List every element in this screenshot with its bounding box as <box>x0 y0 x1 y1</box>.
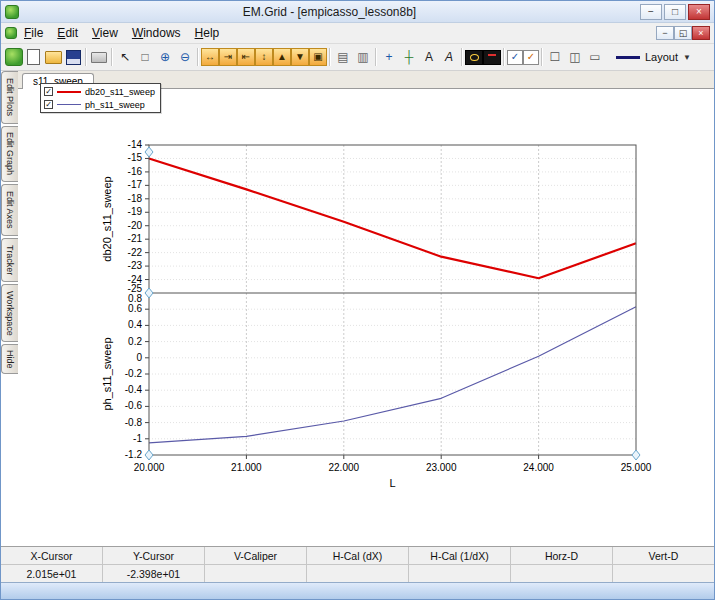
text-tool-icon[interactable]: A <box>419 47 439 68</box>
y-cursor-handle-mid[interactable] <box>145 288 153 298</box>
y-axis-title: db20_s11_sweep <box>101 176 113 261</box>
frame-option-icon-1[interactable]: ☐ <box>545 47 565 68</box>
child-minimize-button[interactable]: − <box>656 26 674 40</box>
y-cursor-handle-top[interactable] <box>145 147 153 157</box>
snapshot-dark-icon[interactable] <box>465 50 483 65</box>
child-close-button[interactable]: × <box>692 26 710 40</box>
snapshot-color-icon[interactable] <box>483 50 501 65</box>
toolbar-separator-6 <box>461 48 463 66</box>
legend-checkbox[interactable]: ✓ <box>44 87 53 96</box>
legend-item-db20-s11-sweep[interactable]: ✓ db20_s11_sweep <box>42 85 159 98</box>
sidebar-tab-edit-plots[interactable]: Edit Plots <box>1 71 18 124</box>
side-tab-column: Edit Plots Edit Graph Edit Axes Tracker … <box>1 71 18 546</box>
minimize-button[interactable]: − <box>640 4 662 20</box>
sidebar-tab-workspace[interactable]: Workspace <box>1 284 18 342</box>
axes-tool-icon[interactable]: ┼ <box>399 47 419 68</box>
legend-label: db20_s11_sweep <box>85 87 155 97</box>
x-cursor-handle-left[interactable] <box>145 450 153 460</box>
values-toggle-icon[interactable]: ✓ <box>523 50 539 65</box>
y-tick-label: -0.2 <box>125 368 143 379</box>
frame-option-icon-2[interactable]: ◫ <box>565 47 585 68</box>
layout-dropdown[interactable]: Layout ▼ <box>609 49 698 65</box>
maximize-button[interactable]: □ <box>664 4 686 20</box>
fit-height-icon[interactable]: ↕ <box>255 48 273 66</box>
layout-label: Layout <box>645 51 678 63</box>
expand-y-icon[interactable]: ▲ <box>273 48 291 66</box>
open-file-icon[interactable] <box>43 47 63 68</box>
toolbar: ↖□⊕⊖↔⇥⇤↕▲▼▣▤▥+┼AA✓✓☐◫▭ Layout ▼ <box>1 44 714 71</box>
zoom-out-icon[interactable]: ⊖ <box>175 47 195 68</box>
y-axis-title: ph_s11_sweep <box>101 337 113 410</box>
x-tick-label: 23.000 <box>426 462 457 473</box>
save-file-icon[interactable] <box>63 47 83 68</box>
y-tick-label: -21 <box>128 233 143 244</box>
menu-file[interactable]: File <box>17 24 50 42</box>
status-label-h-cal-1dx: H-Cal (1/dX) <box>409 547 511 564</box>
menu-bar: File Edit View Windows Help − ◱ × <box>1 23 714 44</box>
status-value-horz-d <box>511 565 613 582</box>
pointer-tool-icon[interactable]: ↖ <box>115 47 135 68</box>
fit-width-icon[interactable]: ↔ <box>201 48 219 66</box>
x-tick-label: 20.000 <box>134 462 165 473</box>
x-tick-label: 24.000 <box>523 462 554 473</box>
legend-item-ph-s11-sweep[interactable]: ✓ ph_s11_sweep <box>42 98 159 111</box>
shrink-x-icon[interactable]: ⇤ <box>237 48 255 66</box>
legend-toggle-icon[interactable]: ✓ <box>507 50 523 65</box>
document-icon <box>5 27 17 39</box>
status-values-row: 2.015e+01 -2.398e+01 <box>1 565 714 582</box>
menu-view[interactable]: View <box>85 24 125 42</box>
status-label-x-cursor: X-Cursor <box>1 547 103 564</box>
print-icon[interactable] <box>89 47 109 68</box>
label-tool-icon[interactable]: A <box>439 47 459 68</box>
y-tick-label: 0.2 <box>128 336 142 347</box>
legend-label: ph_s11_sweep <box>85 100 145 110</box>
y-tick-label: -18 <box>128 193 143 204</box>
status-labels-row: X-Cursor Y-Cursor V-Caliper H-Cal (dX) H… <box>1 547 714 565</box>
menu-help[interactable]: Help <box>188 24 227 42</box>
menu-windows[interactable]: Windows <box>125 24 188 42</box>
chevron-down-icon: ▼ <box>683 53 691 62</box>
child-restore-button[interactable]: ◱ <box>674 26 692 40</box>
status-label-h-cal-dx: H-Cal (dX) <box>307 547 409 564</box>
legend-checkbox[interactable]: ✓ <box>44 100 53 109</box>
zoom-in-icon[interactable]: ⊕ <box>155 47 175 68</box>
title-bar[interactable]: EM.Grid - [empicasso_lesson8b] − □ × <box>1 1 714 23</box>
toolbar-separator-4 <box>329 48 331 66</box>
close-button[interactable]: × <box>688 4 710 20</box>
grid-horizontal-icon[interactable]: ▤ <box>333 47 353 68</box>
legend-line-swatch <box>57 91 81 93</box>
status-label-y-cursor: Y-Cursor <box>103 547 205 564</box>
y-tick-label: 0.6 <box>128 303 142 314</box>
expand-x-icon[interactable]: ⇥ <box>219 48 237 66</box>
fit-all-icon[interactable]: ▣ <box>309 48 327 66</box>
shrink-y-icon[interactable]: ▼ <box>291 48 309 66</box>
y-tick-label: -1.2 <box>125 449 143 460</box>
menu-edit[interactable]: Edit <box>50 24 85 42</box>
status-value-y-cursor: -2.398e+01 <box>103 565 205 582</box>
legend-line-swatch <box>57 104 81 105</box>
toolbar-separator-2 <box>111 48 113 66</box>
x-tick-label: 25.000 <box>621 462 652 473</box>
y-tick-label: -23 <box>128 260 143 271</box>
chart-canvas[interactable]: 20.00021.00022.00023.00024.00025.000L-14… <box>18 89 714 546</box>
y-tick-label: -0.6 <box>125 400 143 411</box>
sidebar-tab-tracker[interactable]: Tracker <box>1 238 18 282</box>
status-label-horz-d: Horz-D <box>511 547 613 564</box>
y-tick-label: -1 <box>133 433 142 444</box>
sidebar-tab-edit-axes[interactable]: Edit Axes <box>1 184 18 236</box>
grid-vertical-icon[interactable]: ▥ <box>353 47 373 68</box>
y-tick-label: 0 <box>136 352 142 363</box>
y-tick-label: -19 <box>128 206 143 217</box>
x-cursor-handle-right[interactable] <box>632 450 640 460</box>
zoom-box-tool-icon[interactable]: □ <box>135 47 155 68</box>
status-value-h-cal-dx <box>307 565 409 582</box>
new-file-icon[interactable] <box>23 47 43 68</box>
app-window: EM.Grid - [empicasso_lesson8b] − □ × Fil… <box>0 0 715 600</box>
app-logo-icon[interactable] <box>5 48 23 66</box>
frame-option-icon-3[interactable]: ▭ <box>585 47 605 68</box>
add-marker-icon[interactable]: + <box>379 47 399 68</box>
sidebar-tab-hide[interactable]: Hide <box>1 344 18 374</box>
sidebar-tab-edit-graph[interactable]: Edit Graph <box>1 126 18 182</box>
plot-frame <box>149 145 636 455</box>
status-label-vert-d: Vert-D <box>613 547 714 564</box>
